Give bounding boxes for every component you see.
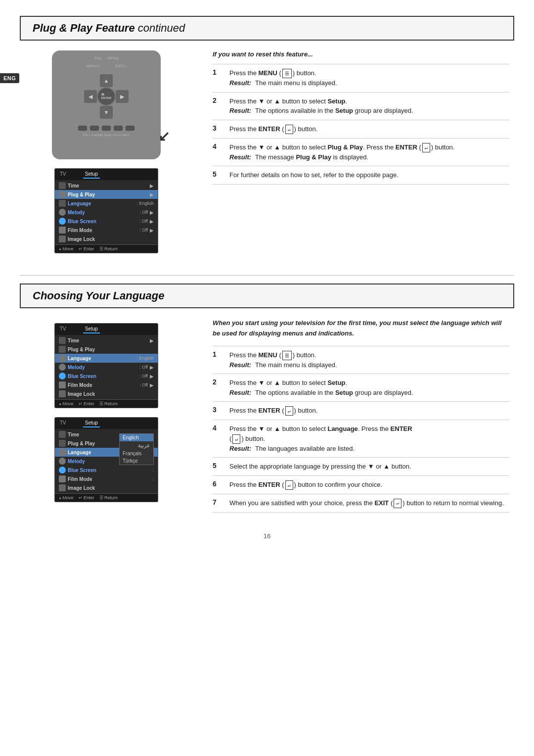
remote-menu-label: MENU⊙ [87,64,100,68]
tv-menu-3-icon-plug [59,440,66,447]
tv-menu-3: TV Setup Time Plug & Play Language : [54,417,158,502]
section2-left: TV Setup Time ▶ Plug & Play Language : E… [20,308,198,522]
section1-right: If you want to reset this feature... 1 P… [198,41,514,263]
tv-menu-3-row-filmmode: Film Mode : [55,474,158,483]
tv-menu-2-row-bluescreen: Blue Screen : Off ▶ [55,372,158,380]
step-4-content: Press the ▼ or ▲ button to select Plug &… [226,138,509,166]
s2-step-4-num: 4 [213,420,226,458]
tv-menu-3-icon-filmmode [59,475,66,482]
dpad-enter-button: ⬒ENTER [97,87,116,106]
remote-exit-label: EXIT⊙ [116,64,127,68]
tv-menu-3-header-setup: Setup [83,419,100,427]
tv-menu-3-row-imagelock: Image Lock [55,483,158,492]
s2-step-5-row: 5 Select the appropriate language by pre… [213,458,509,476]
remote-smode-btn [90,126,99,131]
tv-menu-2-icon-language [59,355,66,362]
section2-content: TV Setup Time ▶ Plug & Play Language : E… [20,308,514,522]
lang-option-englich: Englich [120,434,153,441]
tv-menu-2-header-setup: Setup [83,325,100,333]
remote-control: TV◎ INFO◎ MENU⊙ EXIT⊙ ▲ ▼ ◀ ▶ ⬒ENTER [52,50,161,159]
step-2-row: 2 Press the ▼ or ▲ button to select Setu… [213,92,509,120]
tv-menu-1-icon-bluescreen [59,218,66,225]
tv-menu-3-icon-time [59,431,66,438]
tv-menu-2-row-imagelock: Image Lock [55,389,158,398]
tv-menu-1-footer: ⬥ Move ↵ Enter ☰ Return [55,244,158,253]
tv-menu-1-icon-imagelock [59,236,66,242]
tv-menu-2-footer: ⬥ Move ↵ Enter ☰ Return [55,399,158,408]
tv-menu-3-header-tv: TV [58,419,68,427]
section-divider [20,275,514,276]
tv-menu-1-row-filmmode: Film Mode : Off ▶ [55,226,158,235]
section1-steps-table: 1 Press the MENU (☰) button. Result:The … [213,64,509,185]
s2-step-3-num: 3 [213,402,226,420]
s2-step-1-num: 1 [213,346,226,374]
s2-step-2-num: 2 [213,374,226,402]
dpad-right-arrow: ▶ [116,90,129,103]
s2-step-1-content: Press the MENU (☰) button. Result:The ma… [226,346,509,374]
lang-option-turkce: Türkçe [120,457,153,465]
step-5-row: 5 For further details on how to set, ref… [213,166,509,185]
s2-step-2-row: 2 Press the ▼ or ▲ button to select Setu… [213,374,509,402]
tv-menu-3-row-bluescreen: Blue Screen : [55,466,158,474]
tv-menu-1: TV Setup Time ▶ Plug & Play ▶ Language : [54,168,158,253]
tv-menu-1-icon-filmmode [59,227,66,234]
remote-ch-btn [114,126,123,131]
tv-menu-3-row-language: Language : Englich عربية Français Türkçe [55,448,158,457]
section1-left: TV◎ INFO◎ MENU⊙ EXIT⊙ ▲ ▼ ◀ ▶ ⬒ENTER [20,41,198,263]
section1-content: TV◎ INFO◎ MENU⊙ EXIT⊙ ▲ ▼ ◀ ▶ ⬒ENTER [20,41,514,263]
s2-step-2-content: Press the ▼ or ▲ button to select Setup.… [226,374,509,402]
tv-menu-3-header: TV Setup [55,418,158,429]
s2-step-6-content: Press the ENTER (↵) button to confirm yo… [226,475,509,494]
tv-menu-1-icon-time [59,182,66,189]
tv-menu-2-row-language: Language : English [55,354,158,363]
step-3-content: Press the ENTER (↵) button. [226,120,509,138]
remote-arrow-indicator: ↙ [158,128,170,144]
dpad-up-arrow: ▲ [100,74,113,87]
choosing-intro-text: When you start using your television for… [213,318,509,339]
remote-still-btn [78,126,87,131]
tv-menu-1-icon-plug [59,191,66,198]
tv-menu-1-row-plug: Plug & Play ▶ [55,190,158,199]
tv-menu-2-body: Time ▶ Plug & Play Language : English Me… [55,335,158,399]
tv-menu-2-row-filmmode: Film Mode : Off ▶ [55,380,158,389]
step-4-num: 4 [213,138,226,166]
reset-intro-text: If you want to reset this feature... [213,50,509,58]
tv-menu-1-row-melody: Melody : Off ▶ [55,208,158,217]
dpad-down-arrow: ▼ [100,106,113,119]
tv-menu-2-icon-plug [59,346,66,353]
tv-menu-1-header: TV Setup [55,169,158,180]
section2-steps-table: 1 Press the MENU (☰) button. Result:The … [213,346,509,513]
remote-info-label: INFO◎ [107,56,119,60]
s2-step-7-row: 7 When you are satisfied with your choic… [213,494,509,512]
section1-header: Plug & Play Feature continued [20,16,514,41]
tv-menu-2-row-melody: Melody : Off ▶ [55,363,158,372]
tv-menu-1-row-imagelock: Image Lock [55,235,158,243]
s2-step-6-row: 6 Press the ENTER (↵) button to confirm … [213,475,509,494]
step-3-row: 3 Press the ENTER (↵) button. [213,120,509,138]
tv-menu-1-row-bluescreen: Blue Screen : Off ▶ [55,217,158,226]
tv-menu-1-row-time: Time ▶ [55,181,158,190]
s2-step-5-num: 5 [213,458,226,476]
remote-dual-btn [102,126,111,131]
step-5-num: 5 [213,166,226,185]
tv-menu-2-row-plug: Plug & Play [55,345,158,354]
s2-step-7-content: When you are satisfied with your choice,… [226,494,509,512]
step-1-num: 1 [213,64,226,93]
s2-step-7-num: 7 [213,494,226,512]
step-2-content: Press the ▼ or ▲ button to select Setup.… [226,92,509,120]
s2-step-6-num: 6 [213,475,226,494]
tv-menu-3-icon-language [59,449,66,456]
reset-section: If you want to reset this feature... 1 P… [213,50,509,185]
lang-option-francais: Français [120,450,153,457]
tv-menu-2: TV Setup Time ▶ Plug & Play Language : E… [54,323,158,408]
remote-tv-label: TV◎ [94,56,101,60]
step-3-num: 3 [213,120,226,138]
step-5-content: For further details on how to set, refer… [226,166,509,185]
s2-step-4-row: 4 Press the ▼ or ▲ button to select Lang… [213,420,509,458]
tv-menu-2-row-time: Time ▶ [55,336,158,345]
dpad-left-arrow: ◀ [84,90,97,103]
remote-info-btn [126,126,134,131]
tv-menu-3-icon-imagelock [59,484,66,491]
tv-menu-2-header-tv: TV [58,325,68,333]
tv-menu-2-icon-imagelock [59,390,66,397]
